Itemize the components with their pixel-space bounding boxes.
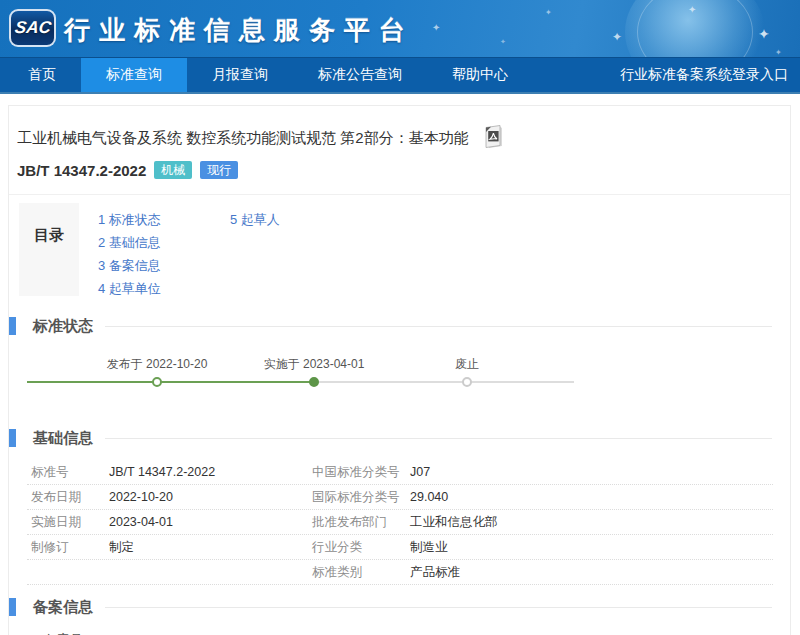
toc-link-record-info[interactable]: 3 备案信息 [98,254,230,277]
section-rule [105,607,772,608]
timeline-node-published [152,377,162,387]
sparkle-icon: ✦ [432,22,440,33]
table-row: 制修订 制定 行业分类 制造业 [27,535,773,560]
table-row: 发布日期 2022-10-20 国际标准分类号 29.040 [27,485,773,510]
timeline-label-abolished: 废止 [455,356,479,373]
table-row: 实施日期 2023-04-01 批准发布部门 工业和信息化部 [27,510,773,535]
basic-info-table: 标准号 JB/T 14347.2-2022 中国标准分类号 J07 发布日期 2… [27,460,773,585]
toc-label: 目录 [19,203,79,296]
sparkle-icon: ✦ [775,48,782,57]
record-number-row: 备案号：87846-2022 [44,631,790,635]
field-label: 行业分类 [312,540,410,555]
field-label: 国际标准分类号 [312,490,410,505]
field-label: 标准类别 [312,565,410,580]
nav-item-announcement-search[interactable]: 标准公告查询 [293,58,427,92]
section-marker [9,317,16,335]
field-value: 制造业 [410,540,773,555]
site-title: 行业标准信息服务平台 [64,13,414,48]
section-title-status: 标准状态 [33,317,93,336]
field-value: 29.040 [410,490,773,505]
section-standard-status: 标准状态 发布于 2022-10-20 实施于 2023-04-01 废止 [9,316,790,416]
section-record-info: 备案信息 备案号：87846-2022 备案日期：2022-11-24 备案月报… [9,597,790,635]
table-row: 标准号 JB/T 14347.2-2022 中国标准分类号 J07 [27,460,773,485]
status-timeline: 发布于 2022-10-20 实施于 2023-04-01 废止 [9,354,790,416]
field-label: 制修订 [31,540,109,555]
standard-number: JB/T 14347.2-2022 [17,162,146,179]
field-value: 产品标准 [410,565,773,580]
field-label: 实施日期 [31,515,109,530]
document-title: 工业机械电气设备及系统 数控系统功能测试规范 第2部分：基本功能 [17,127,469,149]
record-info-list: 备案号：87846-2022 备案日期：2022-11-24 备案月报：2022… [9,617,790,635]
field-label: 中国标准分类号 [312,465,410,480]
field-label: 标准号 [31,465,109,480]
main-nav: 首页 标准查询 月报查询 标准公告查询 帮助中心 行业标准备案系统登录入口 [0,57,800,94]
globe-graphic [625,0,765,57]
pdf-file-icon[interactable] [483,124,504,149]
toc-column-1: 1 标准状态 2 基础信息 3 备案信息 4 起草单位 [98,208,230,300]
toc-link-drafting-org[interactable]: 4 起草单位 [98,277,230,300]
field-value: 制定 [109,540,312,555]
toc-column-2: 5 起草人 [230,208,362,300]
field-value: J07 [410,465,773,480]
section-basic-info: 基础信息 标准号 JB/T 14347.2-2022 中国标准分类号 J07 发… [9,428,790,585]
sparkle-icon: ✦ [500,38,506,46]
field-value: 2023-04-01 [109,515,312,530]
record-system-login-link[interactable]: 行业标准备案系统登录入口 [608,58,800,92]
nav-item-help-center[interactable]: 帮助中心 [427,58,533,92]
table-row: 标准类别 产品标准 [27,560,773,585]
timeline-label-implemented: 实施于 2023-04-01 [264,356,365,373]
status-badge: 现行 [200,161,238,179]
site-header: SAC 行业标准信息服务平台 ✦ ✦ ✦ ✦ ✦ ✦ ✦ [0,0,800,57]
timeline-label-published: 发布于 2022-10-20 [107,356,208,373]
sac-logo-text: SAC [13,18,52,38]
nav-item-standard-search[interactable]: 标准查询 [81,58,187,92]
toc-link-basic-info[interactable]: 2 基础信息 [98,231,230,254]
field-label: 发布日期 [31,490,109,505]
timeline-node-abolished [462,377,472,387]
table-of-contents: 目录 1 标准状态 2 基础信息 3 备案信息 4 起草单位 5 起草人 [9,195,790,304]
section-title-basic-info: 基础信息 [33,429,93,448]
field-label-empty [31,565,109,580]
industry-badge: 机械 [154,161,192,179]
toc-link-drafters[interactable]: 5 起草人 [230,208,362,231]
nav-item-monthly-report[interactable]: 月报查询 [187,58,293,92]
section-rule [105,326,772,327]
field-value: 工业和信息化部 [410,515,773,530]
sac-logo[interactable]: SAC [9,9,56,47]
section-marker [9,429,16,447]
field-value: JB/T 14347.2-2022 [109,465,312,480]
toc-link-standard-status[interactable]: 1 标准状态 [98,208,230,231]
section-title-record-info: 备案信息 [33,598,93,617]
sparkle-icon: ✦ [545,8,552,17]
timeline-node-implemented [309,377,319,387]
field-value-empty [109,565,312,580]
sparkle-icon: ✦ [612,30,622,44]
document-title-block: 工业机械电气设备及系统 数控系统功能测试规范 第2部分：基本功能 JB/T 14… [9,106,790,194]
field-label: 批准发布部门 [312,515,410,530]
timeline-progress [27,381,315,383]
field-value: 2022-10-20 [109,490,312,505]
section-rule [105,438,772,439]
content-panel: 工业机械电气设备及系统 数控系统功能测试规范 第2部分：基本功能 JB/T 14… [8,105,791,635]
nav-item-home[interactable]: 首页 [3,58,81,92]
section-marker [9,598,16,616]
